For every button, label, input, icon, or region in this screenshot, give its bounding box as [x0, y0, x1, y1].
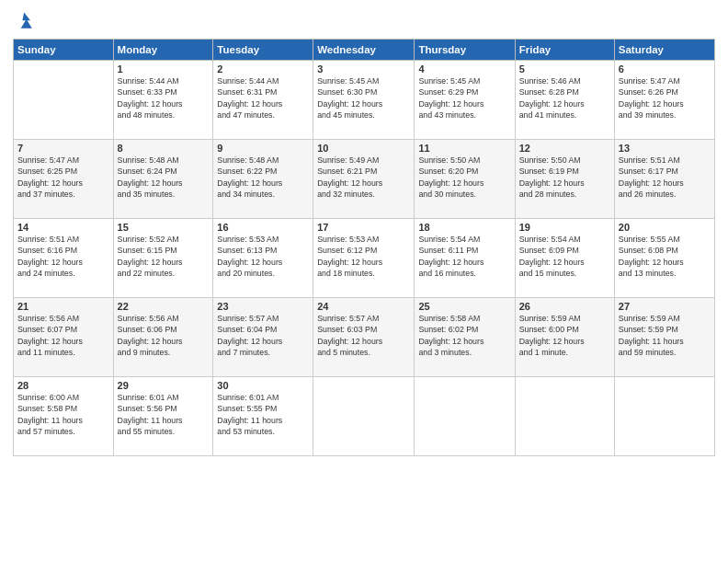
calendar-cell: 22Sunrise: 5:56 AM Sunset: 6:06 PM Dayli… [113, 298, 213, 377]
cell-details: Sunrise: 5:53 AM Sunset: 6:12 PM Dayligh… [317, 234, 410, 279]
calendar-cell: 9Sunrise: 5:48 AM Sunset: 6:22 PM Daylig… [213, 140, 313, 219]
day-number: 17 [317, 222, 410, 233]
calendar-cell: 19Sunrise: 5:54 AM Sunset: 6:09 PM Dayli… [515, 219, 614, 298]
week-row-2: 14Sunrise: 5:51 AM Sunset: 6:16 PM Dayli… [14, 219, 715, 298]
day-number: 21 [17, 301, 109, 312]
weekday-header-friday: Friday [515, 40, 614, 61]
cell-details: Sunrise: 5:48 AM Sunset: 6:24 PM Dayligh… [118, 155, 210, 200]
day-number: 15 [118, 222, 210, 233]
cell-details: Sunrise: 5:55 AM Sunset: 6:08 PM Dayligh… [619, 234, 711, 279]
day-number: 5 [519, 63, 610, 75]
cell-details: Sunrise: 5:59 AM Sunset: 6:00 PM Dayligh… [519, 313, 610, 358]
calendar-cell: 27Sunrise: 5:59 AM Sunset: 5:59 PM Dayli… [614, 298, 714, 377]
calendar-cell: 2Sunrise: 5:44 AM Sunset: 6:31 PM Daylig… [213, 61, 313, 140]
logo [13, 9, 40, 33]
calendar-cell [313, 377, 415, 456]
calendar-cell: 23Sunrise: 5:57 AM Sunset: 6:04 PM Dayli… [213, 298, 313, 377]
day-number: 18 [418, 222, 510, 233]
calendar-cell: 4Sunrise: 5:45 AM Sunset: 6:29 PM Daylig… [415, 61, 515, 140]
day-number: 26 [519, 301, 610, 312]
calendar-cell: 24Sunrise: 5:57 AM Sunset: 6:03 PM Dayli… [313, 298, 415, 377]
calendar-cell: 1Sunrise: 5:44 AM Sunset: 6:33 PM Daylig… [113, 61, 213, 140]
day-number: 13 [619, 143, 711, 154]
cell-details: Sunrise: 5:52 AM Sunset: 6:15 PM Dayligh… [118, 234, 210, 279]
calendar-cell: 7Sunrise: 5:47 AM Sunset: 6:25 PM Daylig… [14, 140, 114, 219]
calendar-cell: 26Sunrise: 5:59 AM Sunset: 6:00 PM Dayli… [515, 298, 614, 377]
page-header [13, 9, 715, 33]
calendar-cell: 28Sunrise: 6:00 AM Sunset: 5:58 PM Dayli… [14, 377, 114, 456]
calendar-cell: 20Sunrise: 5:55 AM Sunset: 6:08 PM Dayli… [614, 219, 714, 298]
calendar-cell: 13Sunrise: 5:51 AM Sunset: 6:17 PM Dayli… [614, 140, 714, 219]
calendar-cell [614, 377, 714, 456]
weekday-header-saturday: Saturday [614, 40, 714, 61]
day-number: 29 [118, 380, 210, 391]
day-number: 19 [519, 222, 610, 233]
day-number: 28 [17, 380, 109, 391]
weekday-header-wednesday: Wednesday [313, 40, 415, 61]
calendar-cell: 21Sunrise: 5:56 AM Sunset: 6:07 PM Dayli… [14, 298, 114, 377]
cell-details: Sunrise: 5:45 AM Sunset: 6:30 PM Dayligh… [317, 75, 410, 121]
day-number: 8 [118, 143, 210, 154]
day-number: 2 [217, 63, 309, 75]
cell-details: Sunrise: 5:50 AM Sunset: 6:19 PM Dayligh… [519, 155, 610, 200]
day-number: 10 [317, 143, 410, 154]
calendar-table: SundayMondayTuesdayWednesdayThursdayFrid… [13, 39, 715, 456]
calendar-cell: 5Sunrise: 5:46 AM Sunset: 6:28 PM Daylig… [515, 61, 614, 140]
cell-details: Sunrise: 5:53 AM Sunset: 6:13 PM Dayligh… [217, 234, 309, 279]
calendar-cell: 8Sunrise: 5:48 AM Sunset: 6:24 PM Daylig… [113, 140, 213, 219]
cell-details: Sunrise: 5:48 AM Sunset: 6:22 PM Dayligh… [217, 155, 309, 200]
cell-details: Sunrise: 6:01 AM Sunset: 5:55 PM Dayligh… [217, 392, 309, 437]
day-number: 27 [619, 301, 711, 312]
calendar-cell: 12Sunrise: 5:50 AM Sunset: 6:19 PM Dayli… [515, 140, 614, 219]
cell-details: Sunrise: 5:47 AM Sunset: 6:25 PM Dayligh… [17, 155, 109, 200]
day-number: 7 [17, 143, 109, 154]
day-number: 25 [418, 301, 510, 312]
day-number: 16 [217, 222, 309, 233]
day-number: 1 [118, 63, 210, 75]
calendar-cell: 14Sunrise: 5:51 AM Sunset: 6:16 PM Dayli… [14, 219, 114, 298]
cell-details: Sunrise: 5:44 AM Sunset: 6:31 PM Dayligh… [217, 75, 309, 121]
cell-details: Sunrise: 5:46 AM Sunset: 6:28 PM Dayligh… [519, 75, 610, 121]
calendar-cell: 25Sunrise: 5:58 AM Sunset: 6:02 PM Dayli… [415, 298, 515, 377]
calendar-cell: 11Sunrise: 5:50 AM Sunset: 6:20 PM Dayli… [415, 140, 515, 219]
day-number: 20 [619, 222, 711, 233]
cell-details: Sunrise: 5:49 AM Sunset: 6:21 PM Dayligh… [317, 155, 410, 200]
weekday-header-sunday: Sunday [14, 40, 114, 61]
cell-details: Sunrise: 5:56 AM Sunset: 6:06 PM Dayligh… [118, 313, 210, 358]
week-row-4: 28Sunrise: 6:00 AM Sunset: 5:58 PM Dayli… [14, 377, 715, 456]
day-number: 14 [17, 222, 109, 233]
logo-icon [13, 9, 37, 33]
day-number: 30 [217, 380, 309, 391]
cell-details: Sunrise: 5:59 AM Sunset: 5:59 PM Dayligh… [619, 313, 711, 358]
weekday-header-thursday: Thursday [415, 40, 515, 61]
calendar-cell: 17Sunrise: 5:53 AM Sunset: 6:12 PM Dayli… [313, 219, 415, 298]
week-row-0: 1Sunrise: 5:44 AM Sunset: 6:33 PM Daylig… [14, 61, 715, 140]
calendar-cell: 16Sunrise: 5:53 AM Sunset: 6:13 PM Dayli… [213, 219, 313, 298]
cell-details: Sunrise: 5:44 AM Sunset: 6:33 PM Dayligh… [118, 75, 210, 121]
calendar-cell [14, 61, 114, 140]
calendar-cell: 6Sunrise: 5:47 AM Sunset: 6:26 PM Daylig… [614, 61, 714, 140]
cell-details: Sunrise: 5:50 AM Sunset: 6:20 PM Dayligh… [418, 155, 510, 200]
cell-details: Sunrise: 5:54 AM Sunset: 6:11 PM Dayligh… [418, 234, 510, 279]
day-number: 11 [418, 143, 510, 154]
day-number: 6 [619, 63, 711, 75]
cell-details: Sunrise: 5:51 AM Sunset: 6:17 PM Dayligh… [619, 155, 711, 200]
day-number: 22 [118, 301, 210, 312]
calendar-cell [415, 377, 515, 456]
cell-details: Sunrise: 5:58 AM Sunset: 6:02 PM Dayligh… [418, 313, 510, 358]
cell-details: Sunrise: 5:51 AM Sunset: 6:16 PM Dayligh… [17, 234, 109, 279]
cell-details: Sunrise: 6:01 AM Sunset: 5:56 PM Dayligh… [118, 392, 210, 437]
calendar-cell: 3Sunrise: 5:45 AM Sunset: 6:30 PM Daylig… [313, 61, 415, 140]
cell-details: Sunrise: 6:00 AM Sunset: 5:58 PM Dayligh… [17, 392, 109, 437]
week-row-1: 7Sunrise: 5:47 AM Sunset: 6:25 PM Daylig… [14, 140, 715, 219]
cell-details: Sunrise: 5:45 AM Sunset: 6:29 PM Dayligh… [418, 75, 510, 121]
cell-details: Sunrise: 5:56 AM Sunset: 6:07 PM Dayligh… [17, 313, 109, 358]
calendar-cell: 30Sunrise: 6:01 AM Sunset: 5:55 PM Dayli… [213, 377, 313, 456]
calendar-cell: 10Sunrise: 5:49 AM Sunset: 6:21 PM Dayli… [313, 140, 415, 219]
day-number: 4 [418, 63, 510, 75]
calendar-cell: 29Sunrise: 6:01 AM Sunset: 5:56 PM Dayli… [113, 377, 213, 456]
weekday-header-monday: Monday [113, 40, 213, 61]
calendar-cell: 15Sunrise: 5:52 AM Sunset: 6:15 PM Dayli… [113, 219, 213, 298]
week-row-3: 21Sunrise: 5:56 AM Sunset: 6:07 PM Dayli… [14, 298, 715, 377]
cell-details: Sunrise: 5:54 AM Sunset: 6:09 PM Dayligh… [519, 234, 610, 279]
